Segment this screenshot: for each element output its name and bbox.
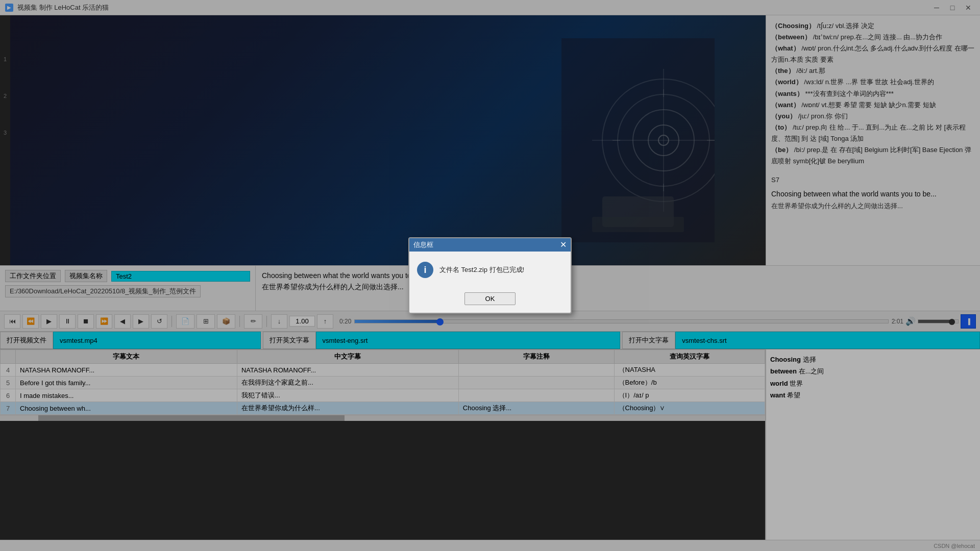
modal-title: 信息框 bbox=[413, 240, 433, 249]
modal-footer: OK bbox=[409, 288, 571, 313]
modal-body: i 文件名 Test2.zip 打包已完成! bbox=[409, 252, 571, 288]
modal-overlay[interactable]: 信息框 ✕ i 文件名 Test2.zip 打包已完成! OK bbox=[0, 0, 980, 551]
modal-box: 信息框 ✕ i 文件名 Test2.zip 打包已完成! OK bbox=[408, 237, 572, 314]
modal-title-bar: 信息框 ✕ bbox=[409, 238, 571, 252]
modal-info-icon: i bbox=[417, 262, 433, 278]
modal-message: 文件名 Test2.zip 打包已完成! bbox=[439, 265, 524, 274]
modal-ok-button[interactable]: OK bbox=[464, 292, 516, 305]
modal-close-button[interactable]: ✕ bbox=[560, 241, 567, 249]
